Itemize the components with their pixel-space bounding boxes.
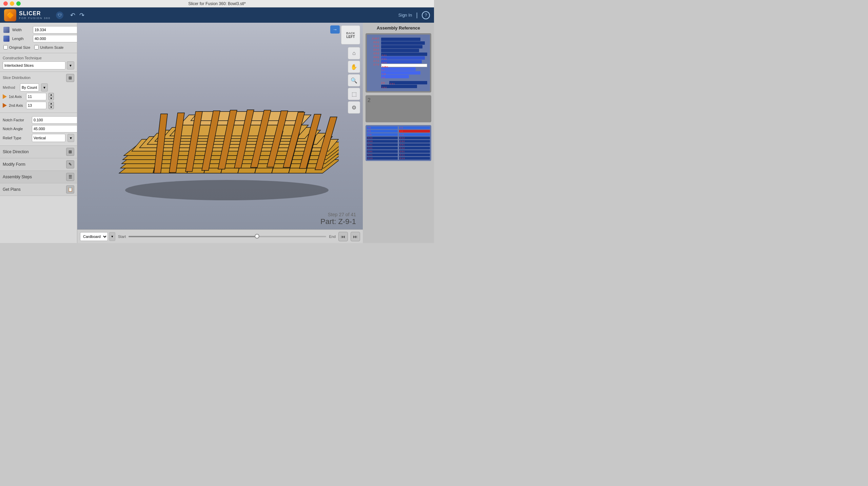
length-label: Length xyxy=(12,37,31,41)
method-label: Method xyxy=(3,85,18,89)
technique-select[interactable]: Interlocked Slices xyxy=(3,61,65,69)
z8-label: Z-8 xyxy=(381,82,389,84)
mini-y5: Y-5 xyxy=(367,130,398,133)
step-forward-button[interactable]: ⏭ xyxy=(351,232,360,241)
original-size-checkbox[interactable] xyxy=(3,45,8,49)
method-dropdown-arrow[interactable]: ▼ xyxy=(41,83,48,92)
cube-nav-widget[interactable]: BACK LEFT xyxy=(341,25,360,44)
label-z5: Z-5-3 xyxy=(369,52,379,56)
export-button[interactable]: → xyxy=(330,25,340,34)
zoom-tool-button[interactable]: 🔍 xyxy=(348,74,360,86)
notch-angle-input[interactable] xyxy=(32,125,77,133)
method-select[interactable]: By Count xyxy=(20,83,39,92)
slice-bar-4 xyxy=(381,49,419,52)
axis1-row: 1st Axis ▲ ▼ xyxy=(3,93,74,100)
mini-z1-3b: Z-1-3 xyxy=(399,157,430,160)
mini-y11: Y-11 xyxy=(367,133,398,136)
slice-bar-y7: Y-7 xyxy=(381,67,416,71)
axis1-triangle-icon xyxy=(3,94,7,99)
mini-z3-1: Z-3-1 xyxy=(367,143,398,146)
axis2-up[interactable]: ▲ xyxy=(48,102,54,105)
axis1-label: 1st Axis xyxy=(9,95,24,99)
redo-button[interactable]: ↷ xyxy=(79,12,84,19)
card3-col-1: Y-8 Y-5 Y-11 Z-2-2 Z-2-3 Z-3-1 Z-4-1 Z-6… xyxy=(367,126,398,160)
slice-direction-section[interactable]: Slice Direction ⊞ xyxy=(0,146,77,158)
width-label: Width xyxy=(12,28,31,32)
relief-type-row: Relief Type Vertical ▼ xyxy=(3,134,74,142)
timeline-slider[interactable] xyxy=(129,236,326,237)
settings-tool-button[interactable]: ⚙ xyxy=(348,101,360,114)
material-dropdown-arrow[interactable]: ▼ xyxy=(109,232,115,241)
width-input[interactable] xyxy=(33,26,77,34)
shield-icon[interactable]: 🛡 xyxy=(56,12,63,19)
assembly-steps-icon: ☰ xyxy=(66,173,74,181)
length-input[interactable] xyxy=(33,35,77,42)
card3-inner: Y-8 Y-5 Y-11 Z-2-2 Z-2-3 Z-3-1 Z-4-1 Z-6… xyxy=(367,126,430,160)
maximize-button[interactable] xyxy=(16,1,21,6)
cube-back-label: BACK xyxy=(346,32,355,35)
axis1-spinner[interactable]: ▲ ▼ xyxy=(48,93,54,100)
slice-bar-z8: Z-9-1 xyxy=(389,81,427,84)
material-select[interactable]: Cardboard xyxy=(80,232,108,241)
technique-dropdown-arrow[interactable]: ▼ xyxy=(67,61,74,69)
left-axis-labels: Z-10-? Z-2-1 Z-3-1 Z-4-3 Z-5-3 Z-6-1 Z-7… xyxy=(369,37,379,89)
mini-z4-1: Z-4-1 xyxy=(367,147,398,149)
end-label: End xyxy=(329,235,336,239)
get-plans-section[interactable]: Get Plans 📋 xyxy=(0,183,77,196)
window-controls[interactable] xyxy=(3,1,21,6)
undo-button[interactable]: ↶ xyxy=(70,12,75,19)
mini-z5-1: Z-5-1 xyxy=(399,143,430,146)
notch-angle-label: Notch Angle xyxy=(3,127,30,131)
sign-in-button[interactable]: Sign In xyxy=(398,13,412,18)
modify-form-label: Modify Form xyxy=(3,162,25,167)
frame-tool-button[interactable]: ⬚ xyxy=(348,88,360,100)
logo-icon: 🔶 xyxy=(4,9,16,21)
assembly-steps-section[interactable]: Assembly Steps ☰ xyxy=(0,171,77,183)
modify-form-section[interactable]: Modify Form ✎ xyxy=(0,158,77,171)
uniform-scale-label[interactable]: Uniform Scale xyxy=(34,45,63,49)
width-row: Width ▲ ▼ xyxy=(3,26,74,34)
axis2-spinner[interactable]: ▲ ▼ xyxy=(48,102,54,109)
close-button[interactable] xyxy=(3,1,8,6)
uniform-scale-checkbox[interactable] xyxy=(34,45,39,49)
axis2-down[interactable]: ▼ xyxy=(48,105,54,109)
slice-bar-selected: Z-18-1 xyxy=(381,64,427,67)
right-panel: Assembly Reference Z-10-? Z-2-1 Z-3-1 Z-… xyxy=(363,23,434,243)
distribution-title: Slice Distribution xyxy=(3,76,31,80)
z9-1-label: Z-9-1 xyxy=(389,83,395,85)
slice-direction-icon: ⊞ xyxy=(66,148,74,156)
slice-bar-2 xyxy=(381,41,425,45)
slice-bar-5: Z-2-1 xyxy=(381,53,427,56)
help-button[interactable]: ? xyxy=(422,11,430,19)
original-size-label[interactable]: Original Size xyxy=(3,45,30,49)
slice-diagram-container: Z-10-? Z-2-1 Z-3-1 Z-4-3 Z-5-3 Z-6-1 Z-7… xyxy=(368,36,429,90)
axis2-triangle-icon xyxy=(3,103,7,108)
pan-tool-button[interactable]: ✋ xyxy=(348,61,360,73)
axis1-input[interactable] xyxy=(26,93,46,100)
divider-line xyxy=(381,79,427,80)
relief-type-dropdown-arrow[interactable]: ▼ xyxy=(67,134,74,142)
distribution-settings-button[interactable]: ⊞ xyxy=(66,74,74,82)
axis2-input[interactable] xyxy=(26,102,46,109)
step-info: Step 27 of 41 Part: Z-9-1 xyxy=(320,212,356,226)
home-tool-button[interactable]: ⌂ xyxy=(348,47,360,59)
notch-factor-input[interactable] xyxy=(32,116,77,124)
label-z10: Z-10-? xyxy=(369,37,379,41)
label-z7a: Z-7-1 xyxy=(369,60,379,63)
header-right: Sign In | ? xyxy=(398,11,430,19)
viewport[interactable]: → BACK LEFT ⌂ ✋ 🔍 ⬚ ⚙ xyxy=(77,23,363,243)
axis1-down[interactable]: ▼ xyxy=(48,97,54,100)
assembly-ref-card-1: Z-10-? Z-2-1 Z-3-1 Z-4-3 Z-5-3 Z-6-1 Z-7… xyxy=(366,33,431,93)
header: 🔶 SLICER FOR FUSION 360 🛡 ↶ ↷ Sign In | … xyxy=(0,7,434,23)
axis1-up[interactable]: ▲ xyxy=(48,93,54,97)
assembly-ref-inner: Z-10-? Z-2-1 Z-3-1 Z-4-3 Z-5-3 Z-6-1 Z-7… xyxy=(367,35,430,91)
axis2-row: 2nd Axis ▲ ▼ xyxy=(3,102,74,109)
minimize-button[interactable] xyxy=(10,1,14,6)
relief-type-select[interactable]: Vertical xyxy=(32,134,65,142)
assembly-ref-card-2: 2 xyxy=(366,95,431,122)
timeline-thumb[interactable] xyxy=(255,234,259,239)
timeline-slider-wrap[interactable] xyxy=(129,236,326,237)
cube-navigator[interactable]: BACK LEFT xyxy=(341,25,360,44)
step-back-button[interactable]: ⏮ xyxy=(338,232,348,241)
width-icon xyxy=(3,26,10,34)
